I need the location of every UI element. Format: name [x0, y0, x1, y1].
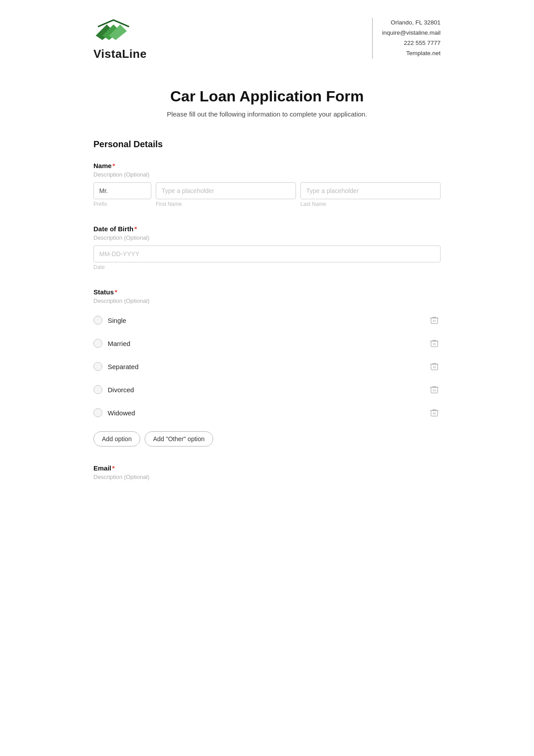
company-address: Orlando, FL 32801: [382, 18, 441, 28]
firstname-input[interactable]: [156, 182, 296, 199]
radio-circle-widowed[interactable]: [93, 408, 102, 417]
radio-item-widowed[interactable]: Widowed: [93, 401, 441, 424]
delete-icon-single[interactable]: [428, 314, 441, 326]
radio-label-separated: Separated: [108, 363, 138, 370]
add-option-button[interactable]: Add option: [93, 431, 140, 446]
radio-item-single[interactable]: Single: [93, 309, 441, 332]
logo-icon: [93, 18, 134, 44]
field-email-label: Email*: [93, 464, 441, 472]
lastname-sublabel: Last Name: [300, 201, 441, 207]
company-phone: 222 555 7777: [382, 38, 441, 48]
svg-rect-15: [431, 387, 438, 393]
delete-icon-widowed[interactable]: [428, 406, 441, 419]
field-email-description: Description (Optional): [93, 474, 441, 480]
radio-circle-divorced[interactable]: [93, 385, 102, 394]
form-title: Car Loan Application Form: [93, 88, 441, 105]
delete-icon-separated[interactable]: [428, 360, 441, 373]
section-personal-details: Personal Details: [93, 139, 441, 149]
field-name: Name* Description (Optional) Prefix Firs…: [93, 162, 441, 207]
field-status-label: Status*: [93, 288, 441, 296]
firstname-sublabel: First Name: [156, 201, 296, 207]
radio-left-divorced: Divorced: [93, 385, 134, 394]
company-email: inquire@vistaline.mail: [382, 28, 441, 38]
radio-item-married[interactable]: Married: [93, 332, 441, 355]
required-star-status: *: [115, 288, 117, 296]
delete-icon-married[interactable]: [428, 337, 441, 350]
radio-left-single: Single: [93, 316, 126, 325]
required-star-dob: *: [134, 225, 137, 233]
radio-left-separated: Separated: [93, 362, 138, 371]
required-star-email: *: [112, 464, 115, 472]
firstname-cell: First Name: [156, 182, 296, 207]
radio-circle-separated[interactable]: [93, 362, 102, 371]
page-container: VistaLine Orlando, FL 32801 inquire@vist…: [67, 0, 467, 534]
delete-icon-divorced[interactable]: [428, 383, 441, 396]
form-subtitle: Please fill out the following informatio…: [93, 110, 441, 118]
field-name-description: Description (Optional): [93, 171, 441, 178]
radio-circle-single[interactable]: [93, 316, 102, 325]
svg-rect-3: [431, 318, 438, 324]
prefix-cell: Prefix: [93, 182, 151, 207]
radio-label-single: Single: [108, 317, 126, 324]
header: VistaLine Orlando, FL 32801 inquire@vist…: [93, 18, 441, 61]
field-status: Status* Description (Optional) Single: [93, 288, 441, 446]
field-dob-description: Description (Optional): [93, 234, 441, 241]
prefix-sublabel: Prefix: [93, 201, 151, 207]
company-website: Template.net: [382, 48, 441, 59]
prefix-input[interactable]: [93, 182, 151, 199]
form-title-area: Car Loan Application Form Please fill ou…: [93, 88, 441, 118]
radio-label-married: Married: [108, 340, 130, 347]
field-email: Email* Description (Optional): [93, 464, 441, 480]
field-dob: Date of Birth* Description (Optional) Da…: [93, 225, 441, 270]
lastname-input[interactable]: [300, 182, 441, 199]
radio-left-married: Married: [93, 339, 130, 348]
radio-label-divorced: Divorced: [108, 386, 134, 394]
dob-input[interactable]: [93, 245, 441, 262]
radio-item-divorced[interactable]: Divorced: [93, 378, 441, 401]
svg-rect-7: [431, 341, 438, 347]
dob-sublabel: Date: [93, 264, 441, 270]
field-dob-label: Date of Birth*: [93, 225, 441, 233]
radio-item-separated[interactable]: Separated: [93, 355, 441, 378]
add-option-row: Add option Add "Other" option: [93, 431, 441, 446]
radio-label-widowed: Widowed: [108, 409, 135, 417]
field-name-label: Name*: [93, 162, 441, 169]
radio-circle-married[interactable]: [93, 339, 102, 348]
radio-left-widowed: Widowed: [93, 408, 135, 417]
company-name: VistaLine: [93, 47, 147, 61]
add-other-option-button[interactable]: Add "Other" option: [145, 431, 213, 446]
dob-cell: Date: [93, 245, 441, 270]
required-star-name: *: [113, 162, 115, 169]
logo-area: VistaLine: [93, 18, 147, 61]
svg-rect-11: [431, 364, 438, 370]
status-radio-list: Single Married: [93, 309, 441, 424]
lastname-cell: Last Name: [300, 182, 441, 207]
name-input-row: Prefix First Name Last Name: [93, 182, 441, 207]
svg-rect-19: [431, 410, 438, 416]
contact-info: Orlando, FL 32801 inquire@vistaline.mail…: [372, 18, 441, 59]
dob-input-row: Date: [93, 245, 441, 270]
field-status-description: Description (Optional): [93, 298, 441, 304]
